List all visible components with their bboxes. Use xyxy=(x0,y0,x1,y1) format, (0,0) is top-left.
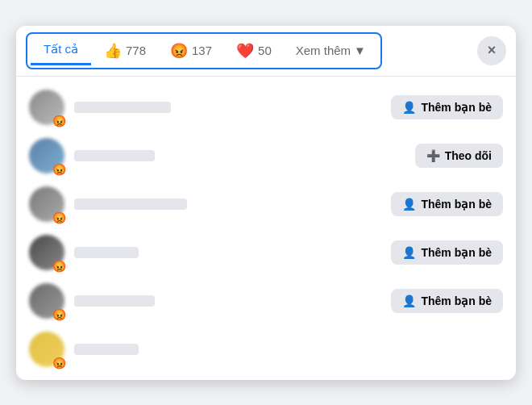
reaction-badge: 😡 xyxy=(52,212,66,223)
close-button[interactable]: × xyxy=(477,36,506,65)
add-friend-icon: 👤 xyxy=(402,101,416,114)
avatar-wrap: 😡 xyxy=(29,90,64,125)
avatar-wrap: 😡 xyxy=(29,283,64,319)
add-friend-label: Thêm bạn bè xyxy=(421,198,492,211)
user-name-area xyxy=(74,295,381,307)
user-name-area xyxy=(74,102,381,113)
add-friend-label: Thêm bạn bè xyxy=(421,246,492,259)
user-name-area xyxy=(74,198,381,210)
user-name-blur xyxy=(74,295,155,307)
add-friend-button[interactable]: 👤 Thêm bạn bè xyxy=(391,240,503,265)
user-name-blur xyxy=(74,102,171,113)
user-name-area xyxy=(74,344,503,355)
follow-label: Theo dõi xyxy=(445,149,492,162)
user-name-area xyxy=(74,150,405,161)
reaction-badge: 😡 xyxy=(52,357,66,369)
reactions-modal: Tất cả 👍 778 😡 137 ❤️ 50 Xem thêm ▼ × xyxy=(16,26,516,380)
add-friend-icon: 👤 xyxy=(402,198,416,211)
like-emoji: 👍 xyxy=(104,42,122,60)
list-item: 😡 xyxy=(16,325,516,374)
tabs-container: Tất cả 👍 778 😡 137 ❤️ 50 Xem thêm ▼ xyxy=(26,32,382,69)
add-friend-button[interactable]: 👤 Thêm bạn bè xyxy=(391,95,503,119)
add-friend-button[interactable]: 👤 Thêm bạn bè xyxy=(391,289,503,313)
avatar-wrap: 😡 xyxy=(29,235,64,270)
tab-angry[interactable]: 😡 137 xyxy=(159,35,223,66)
add-friend-label: Thêm bạn bè xyxy=(421,101,492,114)
reaction-badge: 😡 xyxy=(52,164,66,175)
avatar-wrap: 😡 xyxy=(29,332,64,367)
user-name-blur xyxy=(74,344,139,355)
list-item: 😡 ➕ Theo dõi xyxy=(16,132,516,180)
add-friend-label: Thêm bạn bè xyxy=(421,294,492,307)
avatar-wrap: 😡 xyxy=(29,138,64,173)
list-item: 😡 👤 Thêm bạn bè xyxy=(16,83,516,132)
reaction-badge: 😡 xyxy=(52,115,66,127)
angry-emoji: 😡 xyxy=(170,42,188,60)
list-item: 😡 👤 Thêm bạn bè xyxy=(16,228,516,277)
users-list: 😡 👤 Thêm bạn bè 😡 ➕ Theo dõi xyxy=(16,77,516,380)
follow-icon: ➕ xyxy=(426,149,440,162)
tab-like[interactable]: 👍 778 xyxy=(93,35,157,66)
add-friend-icon: 👤 xyxy=(402,246,416,259)
list-item: 😡 👤 Thêm bạn bè xyxy=(16,277,516,325)
angry-count: 137 xyxy=(192,44,212,57)
more-label: Xem thêm xyxy=(296,44,351,57)
modal-header: Tất cả 👍 778 😡 137 ❤️ 50 Xem thêm ▼ × xyxy=(16,26,516,77)
follow-button[interactable]: ➕ Theo dõi xyxy=(415,144,503,168)
user-name-blur xyxy=(74,150,155,161)
close-icon: × xyxy=(488,42,497,59)
tab-love[interactable]: ❤️ 50 xyxy=(225,35,283,66)
love-count: 50 xyxy=(258,44,272,57)
tab-more[interactable]: Xem thêm ▼ xyxy=(285,37,377,64)
user-name-blur xyxy=(74,247,139,258)
user-name-area xyxy=(74,247,381,258)
reaction-badge: 😡 xyxy=(52,309,66,320)
tab-all[interactable]: Tất cả xyxy=(31,35,91,65)
list-item: 😡 👤 Thêm bạn bè xyxy=(16,180,516,228)
avatar-wrap: 😡 xyxy=(29,186,64,222)
add-friend-button[interactable]: 👤 Thêm bạn bè xyxy=(391,192,503,216)
user-name-blur xyxy=(74,198,187,210)
love-emoji: ❤️ xyxy=(236,42,254,60)
add-friend-icon: 👤 xyxy=(402,294,416,307)
like-count: 778 xyxy=(126,44,146,57)
chevron-down-icon: ▼ xyxy=(354,44,366,57)
reaction-badge: 😡 xyxy=(52,261,66,272)
